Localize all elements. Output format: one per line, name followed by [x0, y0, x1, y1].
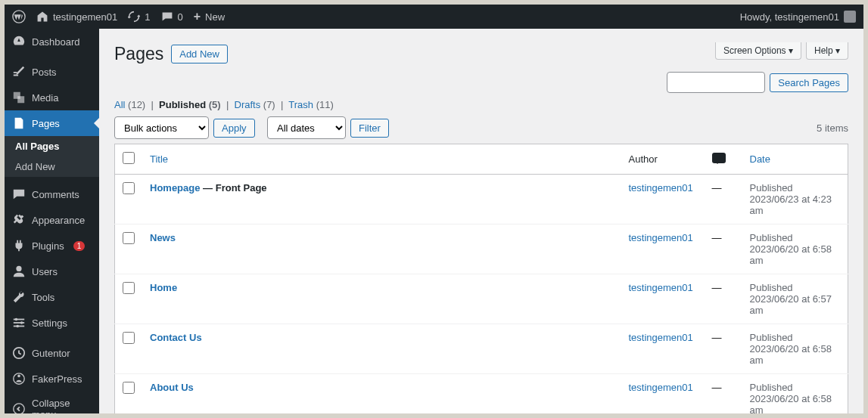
row-checkbox[interactable]	[123, 382, 135, 394]
comment-icon	[712, 153, 726, 163]
gutentor-icon	[12, 346, 26, 360]
settings-icon	[12, 316, 26, 330]
author-link[interactable]: testingemen01	[629, 232, 693, 243]
status-filters: All (12) | Published (5) | Drafts (7) | …	[114, 99, 848, 110]
submenu-item-all-pages[interactable]: All Pages	[5, 136, 99, 156]
sidebar-item-label: Appearance	[32, 215, 85, 226]
avatar-icon	[844, 11, 856, 23]
svg-point-6	[20, 321, 23, 324]
filter-trash[interactable]: Trash (11)	[288, 99, 334, 110]
users-icon	[12, 265, 26, 278]
search-submit-button[interactable]: Search Pages	[770, 73, 848, 92]
comments-cell: —	[705, 324, 742, 374]
svg-point-5	[15, 318, 18, 321]
submenu-item-add-new[interactable]: Add New	[5, 156, 99, 177]
author-link[interactable]: testingemen01	[629, 182, 693, 194]
col-author: Author	[621, 144, 705, 175]
author-link[interactable]: testingemen01	[629, 282, 693, 293]
row-checkbox[interactable]	[123, 282, 135, 294]
sidebar-item-appearance[interactable]: Appearance	[5, 207, 99, 233]
author-link[interactable]: testingemen01	[629, 332, 693, 343]
my-account[interactable]: Howdy, testingemen01	[740, 11, 856, 23]
comments-cell: —	[705, 374, 742, 414]
page-title-link[interactable]: Home	[150, 282, 177, 293]
content-area: Screen Options ▾ Help ▾ Pages Add New Se…	[99, 29, 863, 413]
search-input[interactable]	[667, 72, 765, 93]
posts-icon	[12, 65, 26, 79]
appearance-icon	[12, 213, 26, 227]
pages-icon	[12, 116, 26, 130]
sidebar-item-dashboard[interactable]: Dashboard	[5, 29, 99, 54]
sidebar-item-gutentor[interactable]: Gutentor	[5, 340, 99, 366]
updates-link[interactable]: 1	[128, 11, 150, 23]
date-cell: Published2023/06/23 at 4:23 am	[742, 175, 848, 224]
apply-button-top[interactable]: Apply	[213, 119, 255, 138]
add-new-button[interactable]: Add New	[171, 45, 228, 63]
comments-link[interactable]: 0	[161, 11, 183, 23]
col-title[interactable]: Title	[142, 144, 621, 175]
sidebar-item-label: Dashboard	[32, 36, 80, 48]
page-title-link[interactable]: Contact Us	[150, 332, 202, 343]
filter-drafts[interactable]: Drafts (7)	[235, 99, 275, 110]
sidebar-item-pages[interactable]: Pages	[5, 110, 99, 136]
row-checkbox[interactable]	[123, 182, 135, 194]
date-cell: Published2023/06/20 at 6:58 am	[742, 374, 848, 414]
new-content-link[interactable]: +New	[194, 10, 225, 23]
col-comments[interactable]	[705, 144, 742, 175]
col-date[interactable]: Date	[742, 144, 848, 175]
sidebar-item-label: Gutentor	[32, 348, 70, 359]
sidebar-item-label: Tools	[32, 292, 54, 303]
date-cell: Published2023/06/20 at 6:58 am	[742, 324, 848, 374]
sidebar-item-label: Pages	[32, 118, 60, 129]
page-title-link[interactable]: Homepage	[150, 182, 200, 194]
sidebar-item-users[interactable]: Users	[5, 259, 99, 284]
item-count-top: 5 items	[817, 122, 848, 134]
date-cell: Published2023/06/20 at 6:57 am	[742, 274, 848, 324]
date-filter-select[interactable]: All dates	[267, 116, 346, 139]
sidebar-item-collapse-menu[interactable]: Collapse menu	[5, 392, 99, 413]
screen-options-button[interactable]: Screen Options ▾	[715, 42, 801, 60]
comments-cell: —	[705, 175, 742, 224]
pages-table: Title Author Date Homepage — Front Paget…	[114, 144, 848, 413]
sidebar-item-settings[interactable]: Settings	[5, 310, 99, 336]
row-checkbox[interactable]	[123, 332, 135, 344]
filter-published[interactable]: Published (5)	[159, 99, 221, 110]
sidebar-item-comments[interactable]: Comments	[5, 181, 99, 207]
sidebar-item-label: Posts	[32, 67, 57, 78]
filter-button[interactable]: Filter	[350, 119, 389, 138]
page-title: Pages	[114, 44, 163, 64]
sidebar-item-label: Comments	[32, 189, 79, 200]
author-link[interactable]: testingemen01	[629, 382, 693, 393]
sidebar-item-plugins[interactable]: Plugins1	[5, 233, 99, 259]
sidebar-item-tools[interactable]: Tools	[5, 284, 99, 310]
sidebar-item-media[interactable]: Media	[5, 85, 99, 110]
table-row: Homepage — Front Pagetestingemen01—Publi…	[115, 175, 848, 224]
fakerpress-icon	[12, 372, 26, 385]
table-row: Newstestingemen01—Published2023/06/20 at…	[115, 224, 848, 274]
sidebar-item-label: Users	[32, 266, 58, 277]
page-title-link[interactable]: About Us	[150, 382, 194, 393]
table-row: Hometestingemen01—Published2023/06/20 at…	[115, 274, 848, 324]
sidebar-item-label: Media	[32, 92, 58, 104]
help-button[interactable]: Help ▾	[806, 42, 848, 60]
sidebar-item-label: Plugins	[32, 240, 64, 252]
svg-point-10	[17, 375, 20, 378]
post-state: — Front Page	[200, 182, 266, 194]
wp-logo[interactable]	[12, 10, 26, 23]
table-row: Contact Ustestingemen01—Published2023/06…	[115, 324, 848, 374]
tools-icon	[12, 290, 26, 304]
row-checkbox[interactable]	[123, 232, 135, 244]
filter-all[interactable]: All (12)	[114, 99, 145, 110]
site-name-link[interactable]: testingemen01	[36, 11, 117, 23]
sidebar-item-fakerpress[interactable]: FakerPress	[5, 366, 99, 392]
svg-point-7	[16, 325, 19, 328]
page-title-link[interactable]: News	[150, 232, 176, 243]
collapse-icon	[12, 402, 26, 413]
plugins-icon	[12, 239, 26, 252]
bulk-actions-select-top[interactable]: Bulk actions	[114, 116, 209, 139]
sidebar-item-posts[interactable]: Posts	[5, 59, 99, 85]
select-all-top[interactable]	[123, 152, 135, 164]
table-row: About Ustestingemen01—Published2023/06/2…	[115, 374, 848, 414]
sidebar-item-label: FakerPress	[32, 373, 82, 385]
dashboard-icon	[12, 35, 26, 48]
